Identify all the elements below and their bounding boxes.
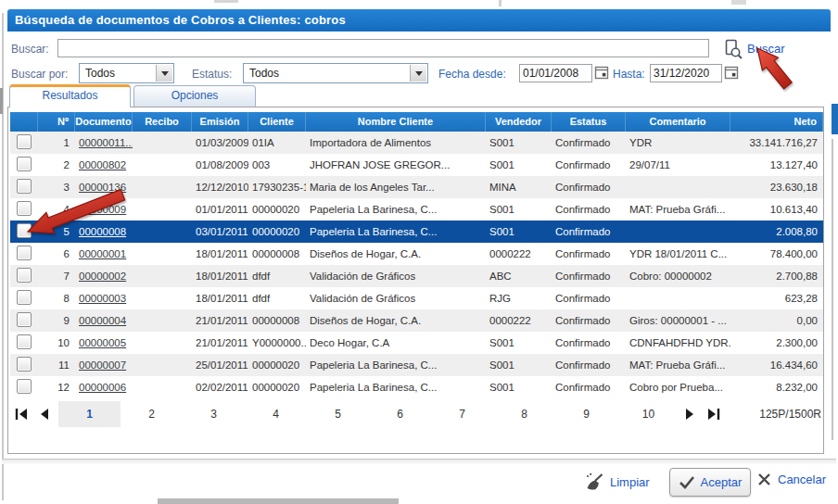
table-row[interactable]: 100000000521/01/2011Y0000000...Deco Hoga… (10, 332, 823, 354)
pagination-bar: 12345678910 125P/1500R (10, 400, 823, 428)
cell-check (10, 376, 38, 398)
row-checkbox[interactable] (17, 157, 32, 171)
column-header-nombre-cliente[interactable]: Nombre Cliente (306, 112, 486, 132)
page-6[interactable]: 6 (369, 401, 431, 427)
cell-emision: 01/01/2011 (192, 198, 248, 220)
cell-comentario: Cobro por Prueba... (626, 376, 730, 398)
column-header-neto[interactable]: Neto (730, 112, 823, 132)
cell-estatus: Confirmado (552, 154, 626, 176)
table-row[interactable]: 30000013612/12/201017930235-1Maria de lo… (10, 176, 823, 198)
cancelar-button[interactable]: Cancelar (756, 472, 826, 487)
cell-vendedor: RJG (486, 287, 552, 309)
page-9[interactable]: 9 (555, 401, 617, 427)
limpiar-button[interactable]: Limpiar (584, 472, 650, 492)
tab-opciones[interactable]: Opciones (133, 85, 256, 107)
documento-link[interactable]: 00000001 (79, 248, 126, 259)
fecha-desde-label: Fecha desde: (438, 68, 506, 81)
column-header-vendedor[interactable]: Vendedor (486, 112, 552, 132)
column-header-emisi-n[interactable]: Emisión (192, 112, 248, 132)
table-row[interactable]: 80000000318/01/2011dfdfValidación de Grá… (10, 287, 823, 309)
prev-page-icon[interactable] (32, 401, 55, 427)
table-row[interactable]: 70000000218/01/2011dfdfValidación de Grá… (10, 265, 823, 287)
cell-neto: 33.141.716,27 (730, 132, 823, 154)
row-checkbox[interactable] (17, 334, 32, 349)
row-checkbox[interactable] (17, 312, 32, 327)
row-checkbox[interactable] (17, 268, 32, 283)
aceptar-button[interactable]: Aceptar (669, 468, 751, 497)
cell-comentario: Cobro: 00000002 (626, 265, 730, 287)
cell-comentario: YDR (626, 132, 730, 154)
page-5[interactable]: 5 (307, 401, 369, 427)
fecha-desde-input[interactable] (519, 64, 592, 82)
table-row[interactable]: 100000011...01/03/200901IAImportadora de… (10, 132, 823, 154)
cell-n: 7 (38, 265, 75, 287)
next-page-icon[interactable] (679, 401, 702, 427)
hasta-input[interactable] (650, 64, 722, 82)
search-input[interactable] (57, 39, 709, 57)
broom-icon (584, 472, 604, 492)
page-1[interactable]: 1 (58, 401, 121, 427)
documento-link[interactable]: 00000004 (79, 315, 126, 326)
cell-documento: 00000001 (75, 243, 133, 265)
page-7[interactable]: 7 (431, 401, 493, 427)
calendar-icon[interactable] (594, 65, 609, 80)
cell-comentario (626, 220, 730, 243)
cell-recibo (133, 309, 192, 332)
table-row[interactable]: 40000000901/01/201100000020Papeleria La … (10, 198, 823, 220)
row-checkbox[interactable] (17, 357, 32, 372)
search-document-icon[interactable] (722, 38, 744, 60)
estatus-select[interactable]: Todos (243, 63, 428, 83)
pagination-summary: 125P/1500R (759, 408, 821, 421)
calendar-icon[interactable] (724, 65, 739, 80)
cell-cliente: dfdf (248, 265, 306, 287)
cell-estatus: Confirmado (552, 243, 626, 265)
column-header-comentario[interactable]: Comentario (626, 112, 730, 132)
column-header-cliente[interactable]: Cliente (248, 112, 306, 132)
documento-link[interactable]: 00000802 (79, 159, 126, 170)
page-8[interactable]: 8 (493, 401, 555, 427)
cell-documento: 00000004 (75, 309, 133, 332)
column-header-select[interactable] (10, 112, 38, 132)
column-header-documento[interactable]: Documento (75, 112, 133, 132)
table-row[interactable]: 20000080201/08/2009003JHOFRAN JOSE GREGO… (10, 154, 823, 176)
first-page-icon[interactable] (10, 401, 32, 427)
cell-n: 10 (38, 332, 75, 354)
column-header-n-[interactable]: Nº (38, 112, 75, 132)
column-header-recibo[interactable]: Recibo (133, 112, 192, 132)
page-4[interactable]: 4 (245, 401, 307, 427)
chevron-down-icon[interactable] (410, 65, 426, 82)
row-checkbox[interactable] (17, 134, 32, 149)
cell-recibo (133, 154, 192, 176)
page-10[interactable]: 10 (617, 401, 679, 427)
row-checkbox[interactable] (17, 290, 32, 305)
documento-link[interactable]: 00000002 (79, 271, 126, 282)
page-2[interactable]: 2 (121, 401, 183, 427)
cell-estatus: Confirmado (552, 176, 626, 198)
background-tick-2 (499, 0, 502, 6)
table-row[interactable]: 120000000602/02/201100000020Papeleria La… (10, 376, 823, 398)
cell-cliente: 00000008 (248, 309, 306, 332)
table-row[interactable]: 50000000803/01/201100000020Papeleria La … (10, 220, 823, 243)
documento-link[interactable]: 00000003 (79, 293, 126, 304)
buscar-por-select[interactable]: Todos (79, 63, 174, 83)
chevron-down-icon[interactable] (156, 65, 172, 82)
cell-emision: 18/01/2011 (192, 265, 248, 287)
row-checkbox[interactable] (17, 379, 32, 394)
documento-link[interactable]: 00000005 (79, 337, 126, 348)
documento-link[interactable]: 00000006 (79, 382, 126, 393)
column-header-estatus[interactable]: Estatus (552, 112, 626, 132)
tab-resultados[interactable]: Resultados (9, 84, 131, 107)
documento-link[interactable]: 00000011... (79, 137, 133, 148)
table-row[interactable]: 110000000725/01/201100000020Papeleria La… (10, 354, 823, 376)
cell-n: 6 (38, 243, 75, 265)
table-row[interactable]: 60000000118/01/201100000008Diseños de Ho… (10, 243, 823, 265)
cell-neto: 623,28 (730, 287, 823, 309)
cell-neto: 10.613,40 (730, 198, 823, 220)
buscar-por-value: Todos (85, 67, 115, 80)
last-page-icon[interactable] (702, 401, 724, 427)
table-row[interactable]: 90000000421/01/201100000008Diseños de Ho… (10, 309, 823, 332)
cell-recibo (133, 287, 192, 309)
page-3[interactable]: 3 (183, 401, 245, 427)
row-checkbox[interactable] (17, 246, 32, 260)
documento-link[interactable]: 00000007 (79, 359, 126, 371)
